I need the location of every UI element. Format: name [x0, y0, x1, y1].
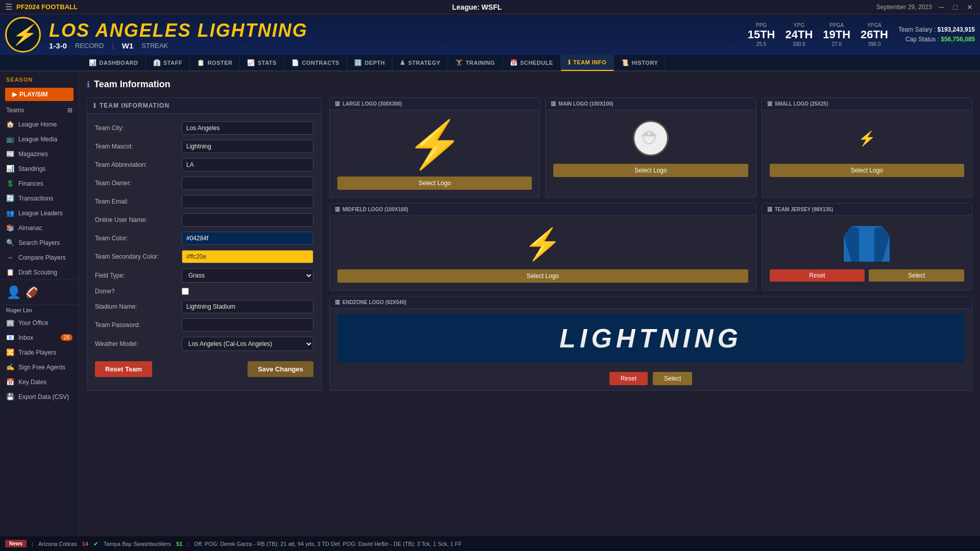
tab-contracts-label: CONTRACTS — [302, 60, 339, 66]
tab-training[interactable]: 🏋 TRAINING — [448, 55, 503, 71]
form-buttons: Reset Team Save Changes — [95, 361, 313, 377]
tab-history[interactable]: 📜 HISTORY — [614, 55, 666, 71]
sidebar-item-standings[interactable]: 📊 Standings — [0, 161, 79, 176]
sidebar-item-your-office[interactable]: 🏢 Your Office — [0, 315, 79, 330]
tab-stats[interactable]: 📈 STATS — [240, 55, 284, 71]
secondary-color-row: Team Secondary Color: — [95, 250, 313, 263]
image-icon-endzone: 🖼 — [335, 299, 340, 305]
large-logo-display: ⚡ — [337, 118, 532, 171]
reset-endzone-button[interactable]: Reset — [609, 372, 648, 385]
main-logo-display: ⛑ — [553, 118, 748, 159]
sidebar-item-trade-players[interactable]: 🔀 Trade Players — [0, 345, 79, 360]
helmet-display: ⛑ — [633, 120, 669, 156]
nav-tabs: 📊 DASHBOARD 👔 STAFF 📋 ROSTER 📈 STATS 📄 C… — [0, 55, 980, 71]
select-main-logo-button[interactable]: Select Logo — [553, 164, 748, 177]
reset-jersey-button[interactable]: Reset — [770, 269, 865, 282]
city-label: Team City: — [95, 124, 177, 132]
select-large-logo-button[interactable]: Select Logo — [337, 177, 532, 190]
save-changes-button[interactable]: Save Changes — [248, 361, 313, 377]
online-name-row: Online User Name: — [95, 213, 313, 227]
ypga-value: 396.0 — [861, 41, 888, 47]
secondary-color-input[interactable] — [182, 250, 313, 263]
city-input[interactable] — [182, 121, 313, 135]
stats-icon: 📈 — [247, 59, 255, 66]
tab-dashboard[interactable]: 📊 DASHBOARD — [82, 55, 146, 71]
minimize-button[interactable]: ─ — [937, 3, 946, 11]
sidebar-item-sign-free-agents[interactable]: ✍ Sign Free Agents — [0, 360, 79, 374]
mascot-input[interactable] — [182, 140, 313, 153]
stadium-input[interactable] — [182, 300, 313, 313]
tab-roster[interactable]: 📋 ROSTER — [190, 55, 240, 71]
topbar-left: ☰ PF2024 FOOTBALL — [5, 2, 78, 12]
sidebar-item-almanac[interactable]: 📚 Almanac — [0, 220, 79, 235]
page-header: ℹ Team Information — [87, 79, 972, 90]
league-media-label: League Media — [18, 136, 57, 143]
online-name-input[interactable] — [182, 213, 313, 227]
color-input[interactable] — [182, 232, 313, 245]
tab-schedule-label: SCHEDULE — [520, 60, 553, 66]
endzone-logo-header: 🖼 ENDZONE LOGO (92x540) — [330, 296, 972, 309]
tab-strategy[interactable]: ♟ STRATEGY — [393, 55, 448, 71]
main-logo-panel: 🖼 MAIN LOGO (100x100) ⛑ Select Logo — [545, 97, 756, 198]
tab-contracts[interactable]: 📄 CONTRACTS — [284, 55, 347, 71]
tab-strategy-label: STRATEGY — [408, 60, 440, 66]
weather-select[interactable]: Los Angeles (Cal-Los Angeles) — [182, 337, 313, 351]
tab-depth[interactable]: 🔢 DEPTH — [347, 55, 393, 71]
abbreviation-input[interactable] — [182, 158, 313, 171]
sidebar-item-inbox[interactable]: 📧 Inbox 28 — [0, 330, 79, 345]
trade-players-label: Trade Players — [18, 349, 56, 356]
maximize-button[interactable]: □ — [951, 3, 960, 11]
compare-icon: ↔ — [6, 254, 14, 261]
content-grid: ℹ TEAM INFORMATION Team City: Team Masco… — [87, 97, 972, 391]
key-dates-label: Key Dates — [18, 379, 46, 386]
endzone-display: LIGHTNING — [337, 314, 964, 363]
team-info-header: ℹ TEAM INFORMATION — [87, 98, 321, 114]
play-sim-button[interactable]: ▶ PLAY/SIM — [5, 88, 74, 101]
reset-team-button[interactable]: Reset Team — [95, 361, 152, 377]
select-jersey-button[interactable]: Select — [869, 269, 964, 282]
owner-label: Team Owner: — [95, 180, 177, 187]
sidebar-item-key-dates[interactable]: 📅 Key Dates — [0, 374, 79, 389]
sidebar-item-league-media[interactable]: 📺 League Media — [0, 132, 79, 146]
sidebar-item-finances[interactable]: 💲 Finances — [0, 176, 79, 191]
select-small-logo-button[interactable]: Select Logo — [770, 164, 964, 177]
tab-depth-label: DEPTH — [364, 60, 385, 66]
tab-schedule[interactable]: 📅 SCHEDULE — [503, 55, 561, 71]
ppga-stat: PPGA 19TH 27.0 — [823, 22, 850, 47]
endzone-text: LIGHTNING — [559, 323, 742, 353]
finances-label: Finances — [18, 180, 43, 187]
sidebar-item-export-data[interactable]: 💾 Export Data (CSV) — [0, 389, 79, 404]
ypga-stat: YPGA 26TH 396.0 — [861, 22, 888, 47]
sidebar-item-search-players[interactable]: 🔍 Search Players — [0, 235, 79, 250]
ypga-label: YPGA — [861, 22, 888, 28]
field-type-select[interactable]: Grass Artificial Turf — [182, 268, 313, 283]
sidebar-item-magazines[interactable]: 📰 Magazines — [0, 146, 79, 161]
select-endzone-button[interactable]: Select — [653, 372, 692, 385]
hamburger-icon[interactable]: ☰ — [5, 2, 12, 12]
close-button[interactable]: ✕ — [965, 3, 975, 11]
tab-team-info[interactable]: ℹ TEAM INFO — [561, 55, 615, 71]
dome-checkbox[interactable] — [182, 288, 189, 295]
sidebar-item-teams[interactable]: Teams ⊞ — [0, 104, 79, 117]
mascot-label: Team Mascot: — [95, 143, 177, 150]
sidebar-item-league-leaders[interactable]: 👥 League Leaders — [0, 206, 79, 220]
play-sim-label: PLAY/SIM — [19, 91, 48, 98]
logos-grid: 🖼 LARGE LOGO (300x300) ⚡ Select Logo 🖼 — [329, 97, 972, 391]
small-logo-header: 🖼 SMALL LOGO (25x25) — [762, 98, 972, 110]
tab-teaminfo-label: TEAM INFO — [573, 59, 606, 65]
password-input[interactable] — [182, 318, 313, 332]
sidebar-item-compare-players[interactable]: ↔ Compare Players — [0, 250, 79, 265]
email-input[interactable] — [182, 195, 313, 208]
sidebar-item-transactions[interactable]: 🔄 Transactions — [0, 191, 79, 206]
jersey-buttons: Reset Select — [770, 269, 964, 282]
export-data-label: Export Data (CSV) — [18, 393, 69, 400]
tab-staff[interactable]: 👔 STAFF — [146, 55, 190, 71]
jersey-panel: 🖼 TEAM JERSEY (98x135) — [762, 203, 972, 291]
jersey-display-area — [770, 223, 964, 264]
select-midfield-logo-button[interactable]: Select Logo — [337, 269, 748, 283]
sidebar-item-league-home[interactable]: 🏠 League Home — [0, 117, 79, 132]
tab-roster-label: ROSTER — [208, 60, 233, 66]
owner-input[interactable] — [182, 177, 313, 190]
strategy-icon: ♟ — [400, 59, 406, 66]
sidebar-item-draft-scouting[interactable]: 📋 Draft Scouting — [0, 265, 79, 280]
